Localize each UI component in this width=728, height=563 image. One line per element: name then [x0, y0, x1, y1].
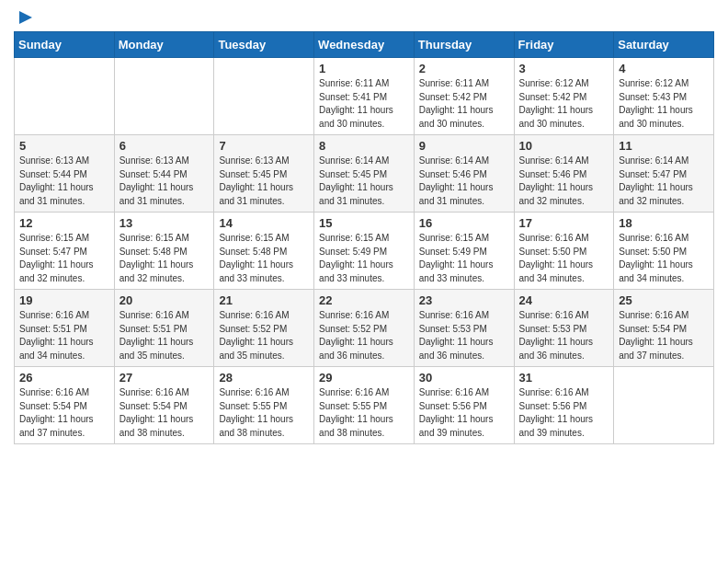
calendar-cell: 6Sunrise: 6:13 AMSunset: 5:44 PMDaylight…: [114, 135, 214, 213]
day-number: 21: [219, 293, 309, 307]
calendar-cell: 21Sunrise: 6:16 AMSunset: 5:52 PMDayligh…: [214, 290, 314, 367]
day-number: 31: [519, 371, 609, 385]
day-number: 11: [619, 139, 709, 153]
day-number: 22: [319, 293, 409, 307]
calendar-cell: 11Sunrise: 6:14 AMSunset: 5:47 PMDayligh…: [614, 135, 714, 213]
day-info: Sunrise: 6:16 AMSunset: 5:54 PMDaylight:…: [19, 386, 109, 440]
calendar-cell: [614, 367, 714, 444]
calendar-cell: 30Sunrise: 6:16 AMSunset: 5:56 PMDayligh…: [414, 367, 514, 444]
calendar-cell: 8Sunrise: 6:14 AMSunset: 5:45 PMDaylight…: [314, 135, 415, 213]
calendar-cell: 26Sunrise: 6:16 AMSunset: 5:54 PMDayligh…: [15, 367, 115, 444]
day-info: Sunrise: 6:16 AMSunset: 5:55 PMDaylight:…: [319, 386, 409, 440]
calendar-cell: 10Sunrise: 6:14 AMSunset: 5:46 PMDayligh…: [514, 135, 614, 213]
day-info: Sunrise: 6:16 AMSunset: 5:50 PMDaylight:…: [519, 232, 609, 285]
day-info: Sunrise: 6:16 AMSunset: 5:56 PMDaylight:…: [519, 386, 609, 440]
day-number: 23: [419, 293, 509, 307]
day-info: Sunrise: 6:16 AMSunset: 5:54 PMDaylight:…: [119, 386, 210, 440]
calendar-week-2: 12Sunrise: 6:15 AMSunset: 5:47 PMDayligh…: [15, 213, 714, 290]
calendar-cell: 4Sunrise: 6:12 AMSunset: 5:43 PMDaylight…: [614, 58, 714, 135]
calendar-cell: 29Sunrise: 6:16 AMSunset: 5:55 PMDayligh…: [314, 367, 415, 444]
calendar-dow-sunday: Sunday: [15, 32, 115, 58]
calendar-cell: 28Sunrise: 6:16 AMSunset: 5:55 PMDayligh…: [214, 367, 314, 444]
day-info: Sunrise: 6:15 AMSunset: 5:49 PMDaylight:…: [319, 232, 409, 285]
day-info: Sunrise: 6:13 AMSunset: 5:44 PMDaylight:…: [19, 155, 109, 208]
calendar-week-0: 1Sunrise: 6:11 AMSunset: 5:41 PMDaylight…: [15, 58, 714, 135]
calendar-dow-thursday: Thursday: [414, 32, 514, 58]
day-info: Sunrise: 6:13 AMSunset: 5:44 PMDaylight:…: [119, 155, 210, 208]
day-info: Sunrise: 6:16 AMSunset: 5:54 PMDaylight:…: [619, 309, 709, 362]
day-info: Sunrise: 6:14 AMSunset: 5:46 PMDaylight:…: [419, 155, 509, 208]
day-number: 16: [419, 216, 509, 230]
day-number: 19: [19, 293, 109, 307]
day-number: 5: [19, 139, 109, 153]
day-info: Sunrise: 6:11 AMSunset: 5:41 PMDaylight:…: [319, 77, 409, 131]
day-number: 10: [519, 139, 609, 153]
day-info: Sunrise: 6:14 AMSunset: 5:46 PMDaylight:…: [519, 155, 609, 208]
day-info: Sunrise: 6:14 AMSunset: 5:45 PMDaylight:…: [319, 155, 409, 208]
day-number: 13: [119, 216, 210, 230]
calendar-cell: 15Sunrise: 6:15 AMSunset: 5:49 PMDayligh…: [314, 213, 415, 290]
calendar-cell: 3Sunrise: 6:12 AMSunset: 5:42 PMDaylight…: [514, 58, 614, 135]
calendar-week-1: 5Sunrise: 6:13 AMSunset: 5:44 PMDaylight…: [15, 135, 714, 213]
day-number: 14: [219, 216, 309, 230]
calendar-cell: 2Sunrise: 6:11 AMSunset: 5:42 PMDaylight…: [414, 58, 514, 135]
day-number: 15: [319, 216, 409, 230]
day-number: 28: [219, 371, 309, 385]
day-number: 18: [619, 216, 709, 230]
day-info: Sunrise: 6:16 AMSunset: 5:52 PMDaylight:…: [219, 309, 309, 362]
calendar-cell: 23Sunrise: 6:16 AMSunset: 5:53 PMDayligh…: [414, 290, 514, 367]
calendar-cell: 13Sunrise: 6:15 AMSunset: 5:48 PMDayligh…: [114, 213, 214, 290]
calendar-cell: 20Sunrise: 6:16 AMSunset: 5:51 PMDayligh…: [114, 290, 214, 367]
calendar-dow-friday: Friday: [514, 32, 614, 58]
day-info: Sunrise: 6:16 AMSunset: 5:53 PMDaylight:…: [519, 309, 609, 362]
day-info: Sunrise: 6:16 AMSunset: 5:50 PMDaylight:…: [619, 232, 709, 285]
calendar-dow-saturday: Saturday: [614, 32, 714, 58]
day-info: Sunrise: 6:16 AMSunset: 5:52 PMDaylight:…: [319, 309, 409, 362]
calendar-cell: [15, 58, 115, 135]
calendar-cell: 1Sunrise: 6:11 AMSunset: 5:41 PMDaylight…: [314, 58, 415, 135]
svg-marker-0: [19, 11, 32, 24]
day-info: Sunrise: 6:11 AMSunset: 5:42 PMDaylight:…: [419, 77, 509, 131]
day-number: 1: [319, 62, 409, 75]
calendar-dow-monday: Monday: [114, 32, 214, 58]
calendar-cell: 24Sunrise: 6:16 AMSunset: 5:53 PMDayligh…: [514, 290, 614, 367]
calendar-cell: 27Sunrise: 6:16 AMSunset: 5:54 PMDayligh…: [114, 367, 214, 444]
logo: [14, 9, 36, 24]
day-number: 26: [19, 371, 109, 385]
calendar-cell: 25Sunrise: 6:16 AMSunset: 5:54 PMDayligh…: [614, 290, 714, 367]
calendar-cell: 14Sunrise: 6:15 AMSunset: 5:48 PMDayligh…: [214, 213, 314, 290]
calendar-cell: 9Sunrise: 6:14 AMSunset: 5:46 PMDaylight…: [414, 135, 514, 213]
day-number: 27: [119, 371, 210, 385]
calendar-cell: 19Sunrise: 6:16 AMSunset: 5:51 PMDayligh…: [15, 290, 115, 367]
calendar-dow-wednesday: Wednesday: [314, 32, 415, 58]
calendar-cell: [214, 58, 314, 135]
day-info: Sunrise: 6:14 AMSunset: 5:47 PMDaylight:…: [619, 155, 709, 208]
calendar-cell: 22Sunrise: 6:16 AMSunset: 5:52 PMDayligh…: [314, 290, 415, 367]
day-info: Sunrise: 6:16 AMSunset: 5:55 PMDaylight:…: [219, 386, 309, 440]
day-info: Sunrise: 6:16 AMSunset: 5:53 PMDaylight:…: [419, 309, 509, 362]
day-number: 6: [119, 139, 210, 153]
day-number: 12: [19, 216, 109, 230]
calendar-cell: 7Sunrise: 6:13 AMSunset: 5:45 PMDaylight…: [214, 135, 314, 213]
calendar-cell: 18Sunrise: 6:16 AMSunset: 5:50 PMDayligh…: [614, 213, 714, 290]
day-number: 24: [519, 293, 609, 307]
day-number: 3: [519, 62, 609, 75]
day-number: 30: [419, 371, 509, 385]
day-info: Sunrise: 6:12 AMSunset: 5:42 PMDaylight:…: [519, 77, 609, 131]
day-number: 25: [619, 293, 709, 307]
day-number: 8: [319, 139, 409, 153]
day-info: Sunrise: 6:12 AMSunset: 5:43 PMDaylight:…: [619, 77, 709, 131]
day-info: Sunrise: 6:15 AMSunset: 5:48 PMDaylight:…: [119, 232, 210, 285]
calendar-cell: 16Sunrise: 6:15 AMSunset: 5:49 PMDayligh…: [414, 213, 514, 290]
day-number: 2: [419, 62, 509, 75]
logo-flag-icon: [16, 7, 36, 28]
day-info: Sunrise: 6:16 AMSunset: 5:51 PMDaylight:…: [119, 309, 210, 362]
day-number: 4: [619, 62, 709, 75]
day-number: 20: [119, 293, 210, 307]
day-number: 17: [519, 216, 609, 230]
calendar-cell: [114, 58, 214, 135]
header: [14, 9, 714, 24]
day-number: 7: [219, 139, 309, 153]
day-info: Sunrise: 6:15 AMSunset: 5:48 PMDaylight:…: [219, 232, 309, 285]
day-number: 29: [319, 371, 409, 385]
